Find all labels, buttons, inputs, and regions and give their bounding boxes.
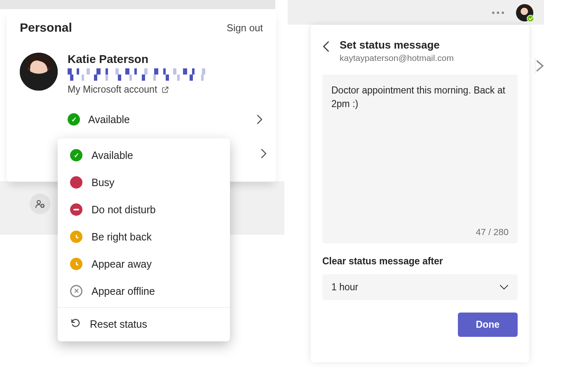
menu-divider	[58, 307, 230, 308]
panel-title: Personal	[20, 21, 72, 35]
clear-after-value: 1 hour	[331, 282, 358, 293]
user-avatar[interactable]	[20, 53, 58, 91]
available-icon: ✓	[68, 113, 80, 126]
header-user-avatar[interactable]	[516, 4, 533, 21]
top-grey-bar	[0, 0, 275, 9]
reset-icon	[70, 317, 81, 331]
status-option-brb[interactable]: Be right back	[58, 223, 230, 250]
sign-out-link[interactable]: Sign out	[227, 21, 263, 34]
status-option-label: Busy	[91, 177, 115, 189]
presence-badge-available-icon	[527, 15, 534, 22]
ms-account-label: My Microsoft account	[68, 84, 157, 95]
clear-after-select[interactable]: 1 hour	[322, 274, 518, 300]
chevron-right-icon	[260, 148, 267, 159]
cropped-edge-fragment	[535, 58, 544, 74]
status-message-field[interactable]: Doctor appointment this morning. Back at…	[322, 75, 518, 243]
current-status-label: Available	[88, 114, 130, 126]
away-icon	[70, 258, 82, 270]
status-message-text[interactable]: Doctor appointment this morning. Back at…	[331, 84, 509, 227]
back-button[interactable]	[322, 39, 330, 53]
user-name: Katie Paterson	[68, 53, 263, 66]
status-option-label: Appear offline	[91, 285, 155, 297]
current-status-row[interactable]: ✓ Available	[68, 107, 263, 131]
chevron-right-icon	[256, 114, 263, 125]
status-option-label: Do not disturb	[91, 204, 156, 216]
status-option-offline[interactable]: ✕Appear offline	[58, 278, 230, 305]
done-button[interactable]: Done	[458, 313, 518, 337]
status-option-busy[interactable]: Busy	[58, 169, 230, 196]
chevron-down-icon	[500, 282, 509, 293]
invite-people-icon[interactable]	[30, 194, 50, 214]
status-option-label: Be right back	[91, 231, 152, 243]
character-count: 47 / 280	[476, 227, 509, 238]
busy-icon	[70, 176, 82, 189]
status-option-label: Available	[91, 149, 133, 161]
set-status-message-panel: Set status message kaytaypaterson@hotmai…	[311, 25, 529, 362]
status-panel-title: Set status message	[340, 39, 454, 51]
do-not-disturb-icon	[70, 203, 82, 216]
status-option-dnd[interactable]: Do not disturb	[58, 196, 230, 223]
status-option-away[interactable]: Appear away	[58, 250, 230, 278]
clear-after-label: Clear status message after	[322, 256, 518, 267]
personal-account-panel: Personal Sign out Katie Paterson My Micr…	[7, 9, 275, 159]
reset-status-item[interactable]: Reset status	[58, 310, 230, 338]
reset-status-label: Reset status	[90, 318, 147, 330]
my-microsoft-account-link[interactable]: My Microsoft account	[68, 84, 263, 95]
away-icon	[70, 231, 82, 243]
status-option-available[interactable]: ✓Available	[58, 142, 230, 169]
redacted-email	[68, 68, 212, 81]
status-panel-email: kaytaypaterson@hotmail.com	[340, 53, 454, 63]
status-option-label: Appear away	[91, 258, 152, 270]
offline-icon: ✕	[70, 285, 82, 297]
open-external-icon	[161, 86, 169, 94]
more-options-icon[interactable]: •••	[492, 7, 506, 18]
svg-point-0	[37, 201, 40, 204]
available-icon: ✓	[70, 149, 82, 161]
presence-status-menu: ✓AvailableBusyDo not disturbBe right bac…	[58, 138, 230, 341]
